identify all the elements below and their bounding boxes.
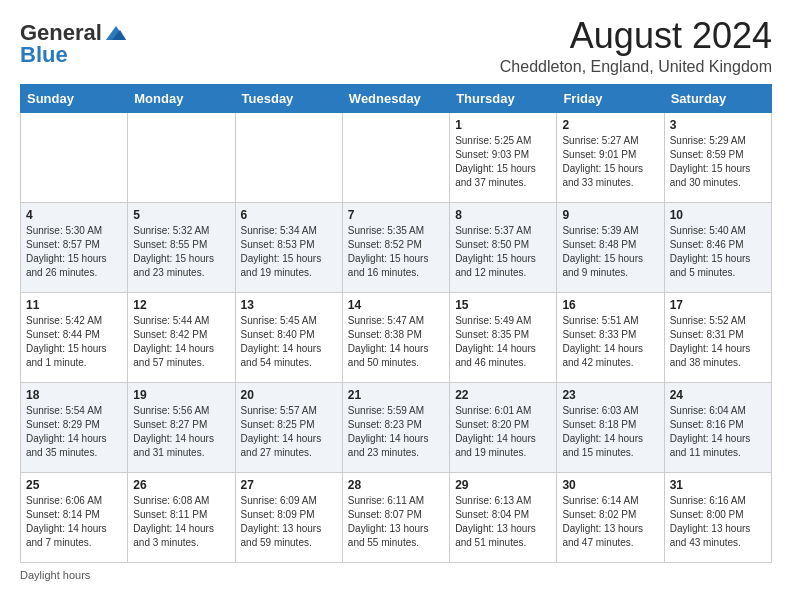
- day-info: Sunrise: 5:30 AM Sunset: 8:57 PM Dayligh…: [26, 225, 107, 278]
- day-info: Sunrise: 5:57 AM Sunset: 8:25 PM Dayligh…: [241, 405, 322, 458]
- day-info: Sunrise: 6:09 AM Sunset: 8:09 PM Dayligh…: [241, 495, 322, 548]
- calendar-header-row: SundayMondayTuesdayWednesdayThursdayFrid…: [21, 84, 772, 112]
- day-info: Sunrise: 6:03 AM Sunset: 8:18 PM Dayligh…: [562, 405, 643, 458]
- day-number: 9: [562, 208, 658, 222]
- calendar-cell: 7Sunrise: 5:35 AM Sunset: 8:52 PM Daylig…: [342, 202, 449, 292]
- calendar-cell: 5Sunrise: 5:32 AM Sunset: 8:55 PM Daylig…: [128, 202, 235, 292]
- calendar-cell: 31Sunrise: 6:16 AM Sunset: 8:00 PM Dayli…: [664, 472, 771, 562]
- calendar-cell: 29Sunrise: 6:13 AM Sunset: 8:04 PM Dayli…: [450, 472, 557, 562]
- day-number: 17: [670, 298, 766, 312]
- calendar-cell: [235, 112, 342, 202]
- day-info: Sunrise: 5:27 AM Sunset: 9:01 PM Dayligh…: [562, 135, 643, 188]
- day-info: Sunrise: 5:59 AM Sunset: 8:23 PM Dayligh…: [348, 405, 429, 458]
- day-number: 27: [241, 478, 337, 492]
- day-info: Sunrise: 6:16 AM Sunset: 8:00 PM Dayligh…: [670, 495, 751, 548]
- day-info: Sunrise: 6:11 AM Sunset: 8:07 PM Dayligh…: [348, 495, 429, 548]
- day-info: Sunrise: 5:49 AM Sunset: 8:35 PM Dayligh…: [455, 315, 536, 368]
- day-info: Sunrise: 6:06 AM Sunset: 8:14 PM Dayligh…: [26, 495, 107, 548]
- day-info: Sunrise: 5:45 AM Sunset: 8:40 PM Dayligh…: [241, 315, 322, 368]
- day-number: 28: [348, 478, 444, 492]
- col-header-monday: Monday: [128, 84, 235, 112]
- calendar-cell: 14Sunrise: 5:47 AM Sunset: 8:38 PM Dayli…: [342, 292, 449, 382]
- day-info: Sunrise: 6:01 AM Sunset: 8:20 PM Dayligh…: [455, 405, 536, 458]
- calendar-cell: 23Sunrise: 6:03 AM Sunset: 8:18 PM Dayli…: [557, 382, 664, 472]
- day-info: Sunrise: 5:37 AM Sunset: 8:50 PM Dayligh…: [455, 225, 536, 278]
- calendar-cell: 11Sunrise: 5:42 AM Sunset: 8:44 PM Dayli…: [21, 292, 128, 382]
- calendar-cell: 9Sunrise: 5:39 AM Sunset: 8:48 PM Daylig…: [557, 202, 664, 292]
- day-number: 6: [241, 208, 337, 222]
- calendar-cell: [128, 112, 235, 202]
- day-info: Sunrise: 5:51 AM Sunset: 8:33 PM Dayligh…: [562, 315, 643, 368]
- calendar-cell: 6Sunrise: 5:34 AM Sunset: 8:53 PM Daylig…: [235, 202, 342, 292]
- day-info: Sunrise: 5:54 AM Sunset: 8:29 PM Dayligh…: [26, 405, 107, 458]
- calendar-week-3: 11Sunrise: 5:42 AM Sunset: 8:44 PM Dayli…: [21, 292, 772, 382]
- day-number: 2: [562, 118, 658, 132]
- day-info: Sunrise: 5:25 AM Sunset: 9:03 PM Dayligh…: [455, 135, 536, 188]
- day-number: 25: [26, 478, 122, 492]
- day-number: 8: [455, 208, 551, 222]
- calendar-cell: 28Sunrise: 6:11 AM Sunset: 8:07 PM Dayli…: [342, 472, 449, 562]
- day-number: 15: [455, 298, 551, 312]
- day-number: 31: [670, 478, 766, 492]
- col-header-sunday: Sunday: [21, 84, 128, 112]
- day-info: Sunrise: 6:04 AM Sunset: 8:16 PM Dayligh…: [670, 405, 751, 458]
- col-header-tuesday: Tuesday: [235, 84, 342, 112]
- calendar-cell: 18Sunrise: 5:54 AM Sunset: 8:29 PM Dayli…: [21, 382, 128, 472]
- day-info: Sunrise: 5:52 AM Sunset: 8:31 PM Dayligh…: [670, 315, 751, 368]
- day-number: 21: [348, 388, 444, 402]
- day-info: Sunrise: 5:42 AM Sunset: 8:44 PM Dayligh…: [26, 315, 107, 368]
- day-info: Sunrise: 5:56 AM Sunset: 8:27 PM Dayligh…: [133, 405, 214, 458]
- calendar-cell: 25Sunrise: 6:06 AM Sunset: 8:14 PM Dayli…: [21, 472, 128, 562]
- calendar-cell: [21, 112, 128, 202]
- day-number: 11: [26, 298, 122, 312]
- calendar-cell: 26Sunrise: 6:08 AM Sunset: 8:11 PM Dayli…: [128, 472, 235, 562]
- calendar-table: SundayMondayTuesdayWednesdayThursdayFrid…: [20, 84, 772, 563]
- day-number: 24: [670, 388, 766, 402]
- calendar-cell: 10Sunrise: 5:40 AM Sunset: 8:46 PM Dayli…: [664, 202, 771, 292]
- calendar-week-4: 18Sunrise: 5:54 AM Sunset: 8:29 PM Dayli…: [21, 382, 772, 472]
- day-info: Sunrise: 6:14 AM Sunset: 8:02 PM Dayligh…: [562, 495, 643, 548]
- calendar-cell: 21Sunrise: 5:59 AM Sunset: 8:23 PM Dayli…: [342, 382, 449, 472]
- logo-blue-text: Blue: [20, 42, 68, 68]
- calendar-cell: 24Sunrise: 6:04 AM Sunset: 8:16 PM Dayli…: [664, 382, 771, 472]
- calendar-cell: 4Sunrise: 5:30 AM Sunset: 8:57 PM Daylig…: [21, 202, 128, 292]
- calendar-cell: 15Sunrise: 5:49 AM Sunset: 8:35 PM Dayli…: [450, 292, 557, 382]
- col-header-wednesday: Wednesday: [342, 84, 449, 112]
- day-number: 7: [348, 208, 444, 222]
- day-info: Sunrise: 5:35 AM Sunset: 8:52 PM Dayligh…: [348, 225, 429, 278]
- day-info: Sunrise: 6:13 AM Sunset: 8:04 PM Dayligh…: [455, 495, 536, 548]
- day-number: 22: [455, 388, 551, 402]
- day-number: 20: [241, 388, 337, 402]
- calendar-week-1: 1Sunrise: 5:25 AM Sunset: 9:03 PM Daylig…: [21, 112, 772, 202]
- calendar-cell: 13Sunrise: 5:45 AM Sunset: 8:40 PM Dayli…: [235, 292, 342, 382]
- day-info: Sunrise: 5:34 AM Sunset: 8:53 PM Dayligh…: [241, 225, 322, 278]
- calendar-cell: 16Sunrise: 5:51 AM Sunset: 8:33 PM Dayli…: [557, 292, 664, 382]
- location: Cheddleton, England, United Kingdom: [500, 58, 772, 76]
- day-info: Sunrise: 5:40 AM Sunset: 8:46 PM Dayligh…: [670, 225, 751, 278]
- calendar-cell: 8Sunrise: 5:37 AM Sunset: 8:50 PM Daylig…: [450, 202, 557, 292]
- calendar-cell: 27Sunrise: 6:09 AM Sunset: 8:09 PM Dayli…: [235, 472, 342, 562]
- day-info: Sunrise: 5:29 AM Sunset: 8:59 PM Dayligh…: [670, 135, 751, 188]
- footer: Daylight hours: [20, 569, 772, 581]
- calendar-cell: 20Sunrise: 5:57 AM Sunset: 8:25 PM Dayli…: [235, 382, 342, 472]
- col-header-friday: Friday: [557, 84, 664, 112]
- calendar-cell: 2Sunrise: 5:27 AM Sunset: 9:01 PM Daylig…: [557, 112, 664, 202]
- day-number: 3: [670, 118, 766, 132]
- day-number: 18: [26, 388, 122, 402]
- calendar-week-2: 4Sunrise: 5:30 AM Sunset: 8:57 PM Daylig…: [21, 202, 772, 292]
- day-number: 1: [455, 118, 551, 132]
- calendar-cell: [342, 112, 449, 202]
- day-number: 5: [133, 208, 229, 222]
- day-number: 12: [133, 298, 229, 312]
- day-number: 13: [241, 298, 337, 312]
- daylight-hours-label: Daylight hours: [20, 569, 90, 581]
- col-header-thursday: Thursday: [450, 84, 557, 112]
- day-number: 19: [133, 388, 229, 402]
- logo-icon: [104, 22, 126, 44]
- day-info: Sunrise: 5:47 AM Sunset: 8:38 PM Dayligh…: [348, 315, 429, 368]
- calendar-cell: 12Sunrise: 5:44 AM Sunset: 8:42 PM Dayli…: [128, 292, 235, 382]
- day-number: 14: [348, 298, 444, 312]
- calendar-week-5: 25Sunrise: 6:06 AM Sunset: 8:14 PM Dayli…: [21, 472, 772, 562]
- day-number: 29: [455, 478, 551, 492]
- calendar-cell: 17Sunrise: 5:52 AM Sunset: 8:31 PM Dayli…: [664, 292, 771, 382]
